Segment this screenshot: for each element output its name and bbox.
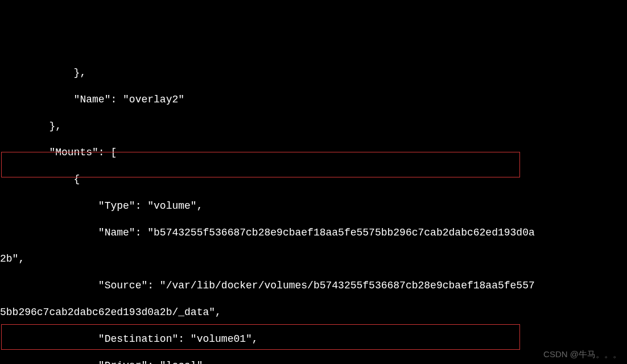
- code-line: {: [0, 173, 627, 186]
- code-line: 5bb296c7cab2dabc62ed193d0a2b/_data",: [0, 306, 627, 319]
- terminal-output: }, "Name": "overlay2" }, "Mounts": [ { "…: [0, 53, 627, 364]
- code-line: "Name": "b5743255f536687cb28e9cbaef18aa5…: [0, 226, 627, 239]
- code-line: "Type": "volume",: [0, 200, 627, 213]
- code-line: 2b",: [0, 253, 627, 266]
- watermark: CSDN @牛马。。。: [543, 349, 621, 360]
- code-line: "Driver": "local",: [0, 359, 627, 364]
- code-line: },: [0, 67, 627, 80]
- code-line: },: [0, 120, 627, 133]
- code-line: "Name": "overlay2": [0, 93, 627, 106]
- code-line: "Mounts": [: [0, 146, 627, 159]
- code-line: "Source": "/var/lib/docker/volumes/b5743…: [0, 279, 627, 292]
- code-line: "Destination": "volume01",: [0, 333, 627, 346]
